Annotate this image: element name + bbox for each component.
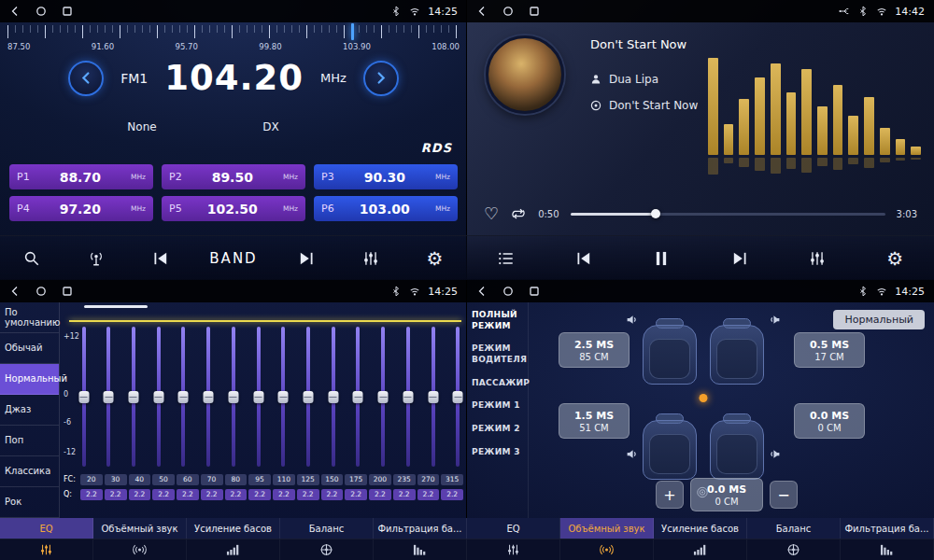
sound-preset-button[interactable]: Нормальный <box>833 310 925 329</box>
eq-band-slider-14[interactable] <box>428 327 438 467</box>
search-icon[interactable] <box>16 243 48 274</box>
eq-band-slider-6[interactable] <box>228 327 238 467</box>
seat-rear-right[interactable] <box>710 420 764 480</box>
sf-mode-4[interactable]: РЕЖИМ 2 <box>472 424 523 435</box>
previous-track-icon[interactable] <box>568 243 600 274</box>
eq-preset-1[interactable]: Обычай <box>0 333 59 364</box>
radio-preset-5[interactable]: P5 102.50 MHz <box>162 196 305 221</box>
tuner-scale[interactable]: 87.50 91.60 95.70 99.80 103.90 108.00 <box>7 25 460 59</box>
eq-band-slider-3[interactable] <box>153 327 163 467</box>
tab-surround[interactable]: Объёмный звук <box>560 518 654 539</box>
surround-icon[interactable] <box>93 539 187 560</box>
radio-preset-2[interactable]: P2 89.50 MHz <box>162 164 305 189</box>
sf-mode-0[interactable]: ПОЛНЫЙ РЕЖИМ <box>472 310 523 331</box>
equalizer-shortcut-icon[interactable] <box>355 243 387 274</box>
tab-surround[interactable]: Объёмный звук <box>93 518 187 539</box>
home-icon[interactable] <box>502 6 514 17</box>
balance-icon[interactable] <box>280 539 374 560</box>
eq-band-slider-10[interactable] <box>328 327 338 467</box>
delay-increase-button[interactable]: + <box>656 481 684 509</box>
equalizer-shortcut-icon[interactable] <box>801 243 833 274</box>
repeat-icon[interactable] <box>510 205 527 222</box>
delay-front-left[interactable]: 2.5 MS 85 CM <box>559 332 630 368</box>
pause-icon[interactable] <box>645 243 677 274</box>
slider-knob[interactable] <box>78 391 89 403</box>
slider-knob[interactable] <box>428 391 438 403</box>
slider-knob[interactable] <box>153 391 163 403</box>
seat-front-right[interactable] <box>710 325 764 385</box>
eq-band-slider-0[interactable] <box>78 327 89 467</box>
slider-knob[interactable] <box>453 391 463 403</box>
back-icon[interactable] <box>476 6 488 17</box>
slider-knob[interactable] <box>378 391 389 403</box>
tuner-marker[interactable] <box>351 23 354 40</box>
radio-preset-1[interactable]: P1 88.70 MHz <box>9 164 153 189</box>
home-icon[interactable] <box>35 286 47 297</box>
tab-balance[interactable]: Баланс <box>747 518 841 539</box>
tab-balance[interactable]: Баланс <box>280 518 374 539</box>
slider-knob[interactable] <box>403 391 413 403</box>
back-icon[interactable] <box>9 286 21 297</box>
bass-boost-icon[interactable] <box>187 539 280 560</box>
seek-bar[interactable] <box>571 208 885 219</box>
back-icon[interactable] <box>9 6 21 17</box>
eq-band-slider-9[interactable] <box>303 327 313 467</box>
radio-preset-4[interactable]: P4 97.20 MHz <box>9 196 153 221</box>
slider-knob[interactable] <box>353 391 363 403</box>
eq-preset-2[interactable]: Нормальный <box>0 364 59 395</box>
eq-band-slider-11[interactable] <box>353 327 363 467</box>
tune-down-button[interactable] <box>68 61 104 96</box>
delay-front-right[interactable]: 0.5 MS 17 CM <box>794 332 865 368</box>
next-station-icon[interactable] <box>290 243 322 274</box>
surround-icon[interactable] <box>560 539 654 560</box>
delay-rear-right[interactable]: 0.0 MS 0 CM <box>794 403 865 439</box>
eq-preset-5[interactable]: Классика <box>0 456 59 487</box>
radio-preset-3[interactable]: P3 90.30 MHz <box>314 164 458 189</box>
settings-gear-icon[interactable]: ⚙ <box>879 243 911 274</box>
slider-knob[interactable] <box>278 391 289 403</box>
eq-preset-4[interactable]: Поп <box>0 426 59 456</box>
delay-rear-left[interactable]: 1.5 MS 51 CM <box>559 403 630 439</box>
tab-filter[interactable]: Фильтрация ба... <box>374 518 467 539</box>
eq-band-slider-13[interactable] <box>403 327 413 467</box>
recents-icon[interactable] <box>529 286 540 297</box>
tune-up-button[interactable] <box>363 61 399 96</box>
slider-knob[interactable] <box>228 391 238 403</box>
eq-band-slider-2[interactable] <box>128 327 138 467</box>
radio-preset-6[interactable]: P6 103.00 MHz <box>314 196 458 221</box>
favorite-icon[interactable]: ♡ <box>484 205 499 222</box>
eq-preset-0[interactable]: По умолчанию <box>0 302 59 333</box>
sf-mode-1[interactable]: РЕЖИМ ВОДИТЕЛЯ <box>472 343 523 365</box>
tab-filter[interactable]: Фильтрация ба... <box>841 518 934 539</box>
tab-eq[interactable]: EQ <box>467 518 560 539</box>
band-button[interactable]: BAND <box>209 243 257 274</box>
tab-eq[interactable]: EQ <box>0 518 93 539</box>
playlist-icon[interactable] <box>490 243 522 274</box>
previous-station-icon[interactable] <box>145 243 177 274</box>
sf-mode-3[interactable]: РЕЖИМ 1 <box>472 400 523 412</box>
bass-boost-icon[interactable] <box>654 539 747 560</box>
eq-band-slider-1[interactable] <box>104 327 114 467</box>
home-icon[interactable] <box>35 6 47 17</box>
sf-mode-2[interactable]: ПАССАЖИР <box>472 378 523 389</box>
eq-sliders-icon[interactable] <box>0 539 93 560</box>
eq-band-slider-5[interactable] <box>204 327 214 467</box>
eq-band-slider-4[interactable] <box>178 327 189 467</box>
back-icon[interactable] <box>476 286 488 297</box>
sf-mode-5[interactable]: РЕЖИМ 3 <box>472 447 523 458</box>
recents-icon[interactable] <box>62 286 73 297</box>
slider-knob[interactable] <box>303 391 313 403</box>
stations-scan-icon[interactable] <box>80 243 112 274</box>
album-art[interactable] <box>486 35 564 114</box>
recents-icon[interactable] <box>529 6 540 17</box>
eq-sliders-icon[interactable] <box>467 539 560 560</box>
eq-preset-3[interactable]: Джаз <box>0 395 59 426</box>
tab-bass[interactable]: Усиление басов <box>654 518 747 539</box>
slider-knob[interactable] <box>104 391 114 403</box>
eq-band-slider-7[interactable] <box>253 327 263 467</box>
next-track-icon[interactable] <box>724 243 756 274</box>
balance-icon[interactable] <box>747 539 841 560</box>
seat-rear-left[interactable] <box>643 420 697 480</box>
home-icon[interactable] <box>502 286 514 297</box>
eq-band-slider-12[interactable] <box>378 327 389 467</box>
